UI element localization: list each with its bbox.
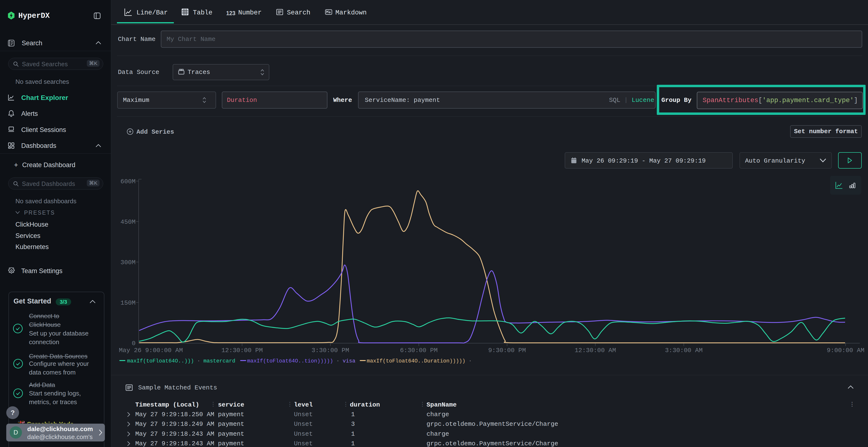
svg-text:0: 0 xyxy=(132,340,135,347)
svg-text:maxIf(toFloat64O..Duration)))): maxIf(toFloat64O..Duration))))) · xyxy=(367,358,472,364)
svg-text:maxIf(toFloat64O..))) · master: maxIf(toFloat64O..))) · mastercard xyxy=(127,358,235,364)
svg-text:6:30:00 PM: 6:30:00 PM xyxy=(400,347,438,354)
svg-text:9:00:00 AM: 9:00:00 AM xyxy=(827,347,864,354)
svg-text:12:30:00 PM: 12:30:00 PM xyxy=(221,347,263,354)
svg-text:450M: 450M xyxy=(121,218,135,226)
svg-text:3:30:00 AM: 3:30:00 AM xyxy=(665,347,703,354)
svg-text:May 26 9:00:00 AM: May 26 9:00:00 AM xyxy=(119,347,183,354)
svg-text:9:30:00 PM: 9:30:00 PM xyxy=(488,347,526,354)
svg-text:3:30:00 PM: 3:30:00 PM xyxy=(311,347,349,354)
svg-text:300M: 300M xyxy=(121,259,135,266)
svg-text:12:30:00 AM: 12:30:00 AM xyxy=(575,347,616,354)
svg-text:maxIf(toFloat64O..tion))))) ·: maxIf(toFloat64O..tion))))) · visa xyxy=(247,358,355,364)
svg-text:600M: 600M xyxy=(121,178,135,185)
svg-text:150M: 150M xyxy=(121,299,135,307)
